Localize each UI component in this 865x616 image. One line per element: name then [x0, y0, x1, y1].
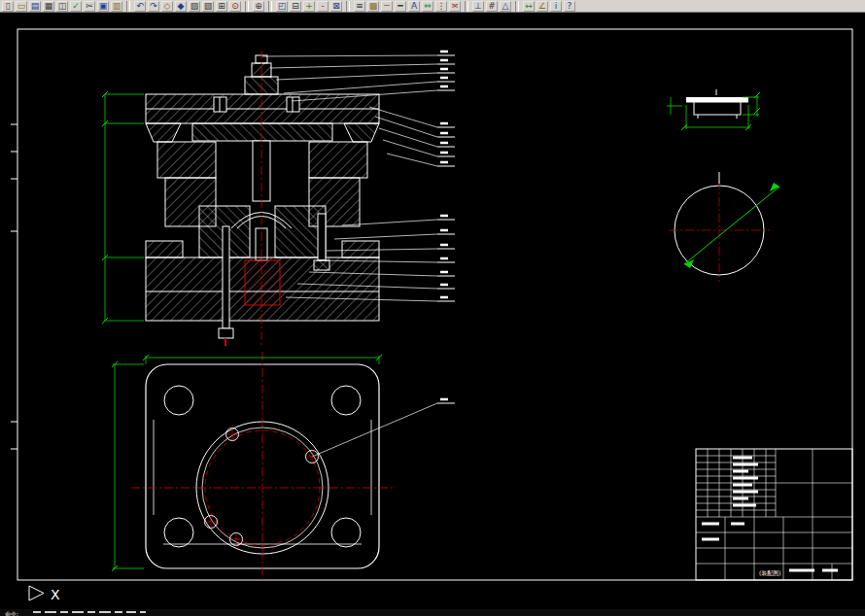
new-file-icon: ▯ — [6, 2, 11, 11]
toolbar-separator — [268, 1, 272, 12]
paste-button[interactable]: ▥ — [111, 1, 122, 12]
redo-icon: ↷ — [150, 2, 157, 11]
new-file-button[interactable]: ▯ — [2, 1, 14, 12]
cut-icon: ✂ — [86, 2, 93, 11]
zoom-previous-icon: ⊟ — [292, 2, 299, 11]
toolbar: ▯▭▤▦◫✓✂▣▥↶↷◇◆▨▧⊞⊙⊕◰⊟+-⊠≡▩┄━A⇔⋮≍⊥#△↔∠i? — [0, 0, 865, 13]
lineweight-button[interactable]: ━ — [395, 1, 406, 12]
insert-block-button[interactable]: ◇ — [161, 1, 173, 12]
title-block-note: (装配图) — [759, 569, 781, 577]
match-properties-icon: ≍ — [451, 2, 459, 11]
insert-block-icon: ◇ — [164, 2, 171, 11]
copy-button[interactable]: ▣ — [97, 1, 109, 12]
zoom-realtime-icon: ⊕ — [255, 2, 262, 11]
help-button[interactable]: ? — [564, 1, 575, 12]
print-preview-button[interactable]: ◫ — [56, 1, 68, 12]
copy-icon: ▣ — [99, 2, 108, 11]
zoom-realtime-button[interactable]: ⊕ — [253, 1, 264, 12]
make-block-icon: ◆ — [178, 2, 185, 11]
region-button[interactable]: ▧ — [202, 1, 214, 12]
print-icon: ▦ — [45, 2, 53, 11]
match-properties-button[interactable]: ≍ — [449, 1, 461, 12]
point-icon: ⊙ — [231, 2, 239, 11]
ortho-button[interactable]: ⊥ — [472, 1, 484, 12]
linetype-icon: ┄ — [384, 2, 389, 11]
point-button[interactable]: ⊙ — [229, 1, 241, 12]
layer-color-icon: ▩ — [369, 2, 378, 11]
linetype-button[interactable]: ┄ — [381, 1, 393, 12]
save-file-icon: ▤ — [31, 2, 40, 11]
properties-icon: ⋮ — [437, 2, 446, 11]
distance-button[interactable]: ↔ — [523, 1, 535, 12]
layers-button[interactable]: ≡ — [354, 1, 365, 12]
grid-icon: # — [488, 2, 496, 11]
snap-icon: △ — [502, 2, 509, 11]
spell-check-icon: ✓ — [72, 2, 80, 11]
zoom-in-button[interactable]: + — [303, 1, 315, 12]
spell-check-button[interactable]: ✓ — [70, 1, 82, 12]
ortho-icon: ⊥ — [474, 2, 482, 11]
zoom-in-icon: + — [305, 2, 313, 11]
toolbar-separator — [346, 1, 350, 12]
hatch-icon: ▨ — [190, 2, 199, 11]
layer-color-button[interactable]: ▩ — [367, 1, 379, 12]
zoom-window-icon: ◰ — [278, 2, 287, 11]
toolbar-separator — [465, 1, 468, 12]
help-icon: ? — [568, 2, 572, 11]
toolbar-separator — [515, 1, 519, 12]
toolbar-separator — [245, 1, 249, 12]
area-icon: ∠ — [538, 2, 546, 11]
cut-button[interactable]: ✂ — [84, 1, 95, 12]
paste-icon: ▥ — [113, 2, 121, 11]
dim-style-icon: ⇔ — [424, 2, 432, 11]
text-style-button[interactable]: A — [408, 1, 420, 12]
undo-button[interactable]: ↶ — [134, 1, 146, 12]
zoom-window-button[interactable]: ◰ — [276, 1, 288, 12]
grid-button[interactable]: # — [486, 1, 498, 12]
redo-button[interactable]: ↷ — [148, 1, 159, 12]
zoom-previous-button[interactable]: ⊟ — [290, 1, 301, 12]
zoom-extents-button[interactable]: ⊠ — [330, 1, 342, 12]
list-icon: i — [555, 2, 558, 11]
command-prompt: 命令: — [5, 610, 18, 616]
canvas-background — [0, 14, 865, 616]
undo-icon: ↶ — [136, 2, 144, 11]
lineweight-icon: ━ — [398, 2, 402, 11]
print-button[interactable]: ▦ — [43, 1, 54, 12]
command-line[interactable]: 命令: — [0, 609, 865, 616]
text-style-icon: A — [411, 2, 417, 11]
region-icon: ▧ — [204, 2, 213, 11]
zoom-out-button[interactable]: - — [317, 1, 329, 12]
drawing-canvas[interactable]: (装配图) X 命令: — [0, 14, 865, 616]
properties-button[interactable]: ⋮ — [435, 1, 447, 12]
list-button[interactable]: i — [550, 1, 562, 12]
save-file-button[interactable]: ▤ — [29, 1, 41, 12]
print-preview-icon: ◫ — [58, 2, 67, 11]
open-file-button[interactable]: ▭ — [16, 1, 27, 12]
open-file-icon: ▭ — [17, 2, 26, 11]
hatch-button[interactable]: ▨ — [189, 1, 200, 12]
ucs-x-label: X — [51, 587, 60, 602]
toolbar-separator — [126, 1, 130, 12]
make-block-button[interactable]: ◆ — [175, 1, 187, 12]
table-icon: ⊞ — [218, 2, 225, 11]
snap-button[interactable]: △ — [500, 1, 511, 12]
layers-icon: ≡ — [356, 2, 363, 11]
dim-style-button[interactable]: ⇔ — [422, 1, 433, 12]
zoom-extents-icon: ⊠ — [332, 2, 340, 11]
distance-icon: ↔ — [525, 2, 533, 11]
zoom-out-icon: - — [321, 2, 324, 11]
area-button[interactable]: ∠ — [536, 1, 548, 12]
table-button[interactable]: ⊞ — [216, 1, 227, 12]
